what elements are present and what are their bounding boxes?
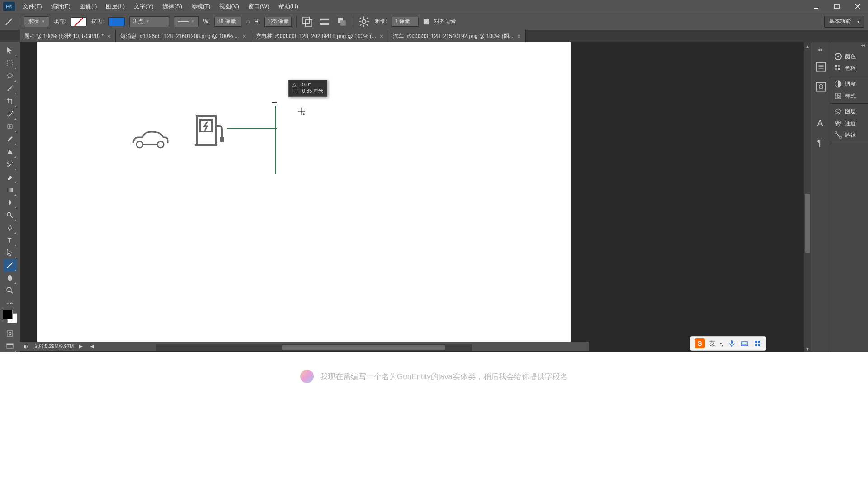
panel-styles[interactable]: fx样式 [830,90,868,102]
path-selection-tool[interactable] [3,247,17,259]
thickness-input[interactable] [392,17,419,27]
properties-panel-icon[interactable] [815,80,827,93]
menu-filter[interactable]: 滤镜(T) [187,2,215,10]
panel-paths[interactable]: 路径 [830,129,868,141]
right-panels: ◂◂ A ¶ ◂◂ 颜色 色板 调整 fx样式 图层 通道 路径 [811,42,868,352]
width-input[interactable] [214,17,241,27]
tab-doc-1[interactable]: 题-1 @ 100% (形状 10, RGB/8) *× [20,30,116,42]
menu-image[interactable]: 图像(I) [75,2,101,10]
document-tabs: 题-1 @ 100% (形状 10, RGB/8) *× 短消息_#1396db… [0,30,868,42]
type-tool[interactable]: T [3,234,17,247]
stroke-swatch[interactable] [108,17,125,26]
history-brush-tool[interactable] [3,158,17,171]
hscroll-left-arrow-icon[interactable]: ◀ [90,343,94,349]
sogou-logo-icon[interactable]: S [695,338,705,348]
dodge-tool[interactable] [3,209,17,221]
canvas-area[interactable]: △:0.0° L :0.85 厘米 ▲ ▼ [20,42,811,352]
collapse-panels-icon[interactable]: ◂◂ [830,42,868,49]
close-button[interactable] [847,0,868,13]
status-menu-arrow-icon[interactable]: ▶ [79,343,83,349]
quick-mask-icon[interactable] [3,327,17,340]
gradient-tool[interactable] [3,183,17,196]
align-edges-checkbox[interactable]: ✓ [423,19,429,25]
path-align-icon[interactable] [318,16,331,27]
foreground-color-swatch[interactable] [3,310,13,319]
horizontal-scrollbar[interactable] [156,344,472,351]
crop-tool[interactable] [3,95,17,108]
close-icon[interactable]: × [242,33,246,40]
workspace-select[interactable]: 基本功能 [824,16,864,28]
tab-doc-3[interactable]: 充电桩_#333333_128_20289418.png @ 100% (...… [251,30,389,42]
keyboard-icon[interactable] [741,339,749,347]
menu-file[interactable]: 文件(F) [18,2,47,10]
status-icon[interactable]: ◐ [24,343,28,349]
minimize-button[interactable] [806,0,826,13]
pen-tool[interactable] [3,221,17,234]
stroke-width-select[interactable]: 3 点 [129,16,169,27]
svg-line-17 [360,18,361,19]
svg-text:T: T [8,237,12,244]
eraser-tool[interactable] [3,171,17,183]
fill-swatch[interactable] [71,17,87,26]
expand-panels-icon[interactable]: ◂◂ [817,47,825,53]
menu-view[interactable]: 视图(V) [215,2,243,10]
zoom-tool[interactable] [3,284,17,297]
paragraph-panel-icon[interactable]: ¶ [815,136,827,149]
document-canvas[interactable]: △:0.0° L :0.85 厘米 [37,42,571,345]
history-panel-icon[interactable] [815,61,827,73]
menu-edit[interactable]: 编辑(E) [47,2,75,10]
ime-lang[interactable]: 英 [709,339,715,347]
tab-doc-4[interactable]: 汽车_#333333_128_21540192.png @ 100% (图...… [388,30,526,42]
scroll-down-arrow-icon[interactable]: ▼ [804,345,811,352]
panel-adjustments[interactable]: 调整 [830,78,868,90]
panel-layers[interactable]: 图层 [830,106,868,117]
swap-colors-icon[interactable] [3,300,17,307]
ime-toolbar[interactable]: S 英 •, [690,336,766,351]
app-logo: Ps [0,0,18,13]
close-icon[interactable]: × [517,33,521,40]
shape-mode-select[interactable]: 形状 [24,16,49,27]
tab-doc-2[interactable]: 短消息_#1396db_128_21601208.png @ 100% ...× [116,30,251,42]
character-panel-icon[interactable]: A [815,117,827,129]
color-swatches[interactable] [3,310,17,323]
panel-swatches[interactable]: 色板 [830,62,868,74]
microphone-icon[interactable] [728,339,736,347]
link-wh-icon[interactable]: ⧉ [246,19,250,25]
panel-stack: ◂◂ 颜色 色板 调整 fx样式 图层 通道 路径 [830,42,868,352]
menu-select[interactable]: 选择(S) [158,2,186,10]
grid-icon[interactable] [753,339,761,347]
lasso-tool[interactable] [3,70,17,82]
path-operations-icon[interactable] [301,16,314,27]
menu-layer[interactable]: 图层(L) [101,2,129,10]
eyedropper-tool[interactable] [3,108,17,120]
path-arrange-icon[interactable] [335,16,348,27]
maximize-button[interactable] [826,0,847,13]
vertical-scrollbar[interactable]: ▲ ▼ [804,42,811,352]
horizontal-scroll-thumb[interactable] [282,345,445,350]
close-icon[interactable]: × [107,33,111,40]
menu-type[interactable]: 文字(Y) [129,2,158,10]
marquee-tool[interactable] [3,57,17,70]
clone-stamp-tool[interactable] [3,145,17,158]
hand-tool[interactable] [3,272,17,284]
ime-punct-icon[interactable]: •, [720,340,723,347]
brush-tool[interactable] [3,133,17,145]
panel-color[interactable]: 颜色 [830,51,868,62]
current-tool-icon[interactable] [4,16,14,27]
magic-wand-tool[interactable] [3,82,17,95]
screen-mode-icon[interactable] [3,340,17,352]
menu-help[interactable]: 帮助(H) [274,2,303,10]
line-tool[interactable] [3,259,17,272]
blur-tool[interactable] [3,196,17,209]
panel-channels[interactable]: 通道 [830,117,868,129]
height-input[interactable] [264,17,292,27]
close-icon[interactable]: × [380,33,383,40]
gear-icon[interactable] [358,16,370,27]
scroll-up-arrow-icon[interactable]: ▲ [804,42,811,50]
stroke-style-select[interactable] [174,16,199,27]
shape-line-horizontal [227,127,277,129]
move-tool[interactable] [3,44,17,57]
menu-window[interactable]: 窗口(W) [244,2,274,10]
healing-brush-tool[interactable] [3,120,17,133]
vertical-scroll-thumb[interactable] [805,194,810,253]
